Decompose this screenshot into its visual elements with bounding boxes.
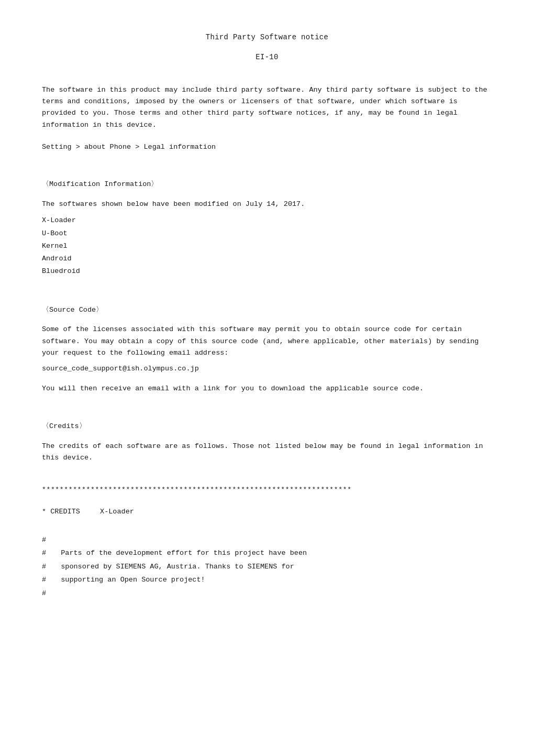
- software-list: X-Loader U-Boot Kernel Android Bluedroid: [42, 214, 492, 278]
- list-item: X-Loader: [42, 214, 492, 227]
- list-item: Bluedroid: [42, 265, 492, 278]
- credits-entry-label: * CREDITS: [42, 508, 80, 516]
- divider-stars: ****************************************…: [42, 485, 492, 496]
- modification-heading: 〈Modification Information〉: [42, 179, 492, 190]
- modification-intro: The softwares shown below have been modi…: [42, 199, 492, 210]
- email-address: source_code_support@ish.olympus.co.jp: [42, 363, 492, 375]
- code-line: # sponsored by SIEMENS AG, Austria. Than…: [42, 560, 492, 574]
- code-block: # # Parts of the development effort for …: [42, 533, 492, 600]
- code-line: # Parts of the development effort for th…: [42, 546, 492, 560]
- list-item: U-Boot: [42, 227, 492, 240]
- credits-entry-software: X-Loader: [100, 508, 134, 516]
- credits-body: The credits of each software are as foll…: [42, 441, 492, 464]
- code-line: #: [42, 587, 492, 600]
- source-code-body1: Some of the licenses associated with thi…: [42, 324, 492, 359]
- model-number: EI-10: [42, 51, 492, 63]
- page-title: Third Party Software notice: [42, 31, 492, 43]
- code-line: # supporting an Open Source project!: [42, 573, 492, 587]
- list-item: Android: [42, 253, 492, 265]
- source-code-body2: You will then receive an email with a li…: [42, 383, 492, 395]
- source-code-section: 〈Source Code〉 Some of the licenses assoc…: [42, 304, 492, 395]
- credits-section: 〈Credits〉 The credits of each software a…: [42, 421, 492, 600]
- breadcrumb: Setting > about Phone > Legal informatio…: [42, 141, 492, 153]
- credits-heading: 〈Credits〉: [42, 421, 492, 432]
- code-line: #: [42, 533, 492, 547]
- list-item: Kernel: [42, 240, 492, 253]
- modification-section: 〈Modification Information〉 The softwares…: [42, 179, 492, 278]
- intro-text: The software in this product may include…: [42, 84, 492, 131]
- source-code-heading: 〈Source Code〉: [42, 304, 492, 316]
- credits-entry: * CREDITS X-Loader: [42, 506, 492, 518]
